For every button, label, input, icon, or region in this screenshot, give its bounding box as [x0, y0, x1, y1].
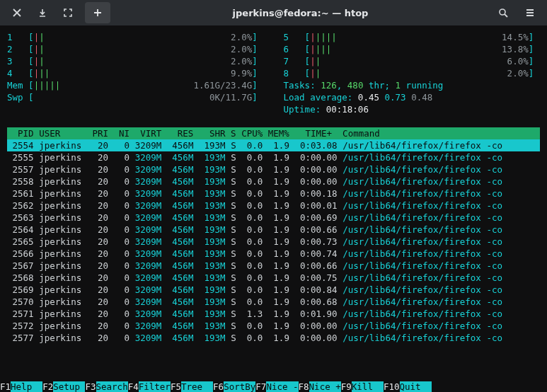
process-row[interactable]: 2570 jperkins 20 0 3209M 456M 193M S 0.0…: [7, 296, 540, 308]
uptime-line: Uptime: 00:18:06: [284, 103, 541, 115]
process-row[interactable]: 2566 jperkins 20 0 3209M 456M 193M S 0.0…: [7, 248, 540, 260]
fkey-bar[interactable]: F1Help F2Setup F3SearchF4FilterF5Tree F6…: [0, 381, 547, 392]
cpu-meter: 4 [||| 9.9%]: [7, 67, 264, 79]
close-icon[interactable]: [4, 2, 30, 23]
fkey-num: F2: [42, 381, 53, 392]
fkey-label[interactable]: Filter: [139, 381, 171, 392]
fkey-label[interactable]: Quit: [400, 381, 432, 392]
mem-meter: Mem [||||| 1.61G/23.4G]: [7, 79, 264, 91]
load-line: Load average: 0.45 0.73 0.48: [284, 91, 541, 103]
fkey-num: F4: [128, 381, 139, 392]
fkey-num: F9: [341, 381, 352, 392]
terminal-area[interactable]: 1 [|| 2.0%]2 [|| 2.0%]3 [|| 2.0%]4 [||| …: [0, 25, 547, 344]
process-row[interactable]: 2568 jperkins 20 0 3209M 456M 193M S 0.0…: [7, 272, 540, 284]
process-row[interactable]: 2571 jperkins 20 0 3209M 456M 193M S 1.3…: [7, 308, 540, 320]
process-row[interactable]: 2555 jperkins 20 0 3209M 456M 193M S 0.0…: [7, 151, 540, 163]
search-icon[interactable]: [490, 2, 516, 23]
fkey-label[interactable]: Nice +: [309, 381, 341, 392]
fullscreen-icon[interactable]: [55, 2, 81, 23]
window-title: jperkins@fedora:~ — htop: [110, 8, 490, 18]
fkey-label[interactable]: SortBy: [224, 381, 255, 392]
process-row[interactable]: 2558 jperkins 20 0 3209M 456M 193M S 0.0…: [7, 175, 540, 188]
process-row[interactable]: 2557 jperkins 20 0 3209M 456M 193M S 0.0…: [7, 163, 540, 175]
process-row[interactable]: 2554 jperkins 20 0 3209M 456M 193M S 0.0…: [7, 139, 540, 151]
cpu-meter: 8 [|| 2.0%]: [284, 67, 541, 79]
process-row[interactable]: 2567 jperkins 20 0 3209M 456M 193M S 0.0…: [7, 260, 540, 272]
process-row[interactable]: 2562 jperkins 20 0 3209M 456M 193M S 0.0…: [7, 200, 540, 212]
cpu-meter: 7 [|| 6.0%]: [284, 55, 541, 67]
process-list[interactable]: 2554 jperkins 20 0 3209M 456M 193M S 0.0…: [7, 139, 540, 344]
process-row[interactable]: 2563 jperkins 20 0 3209M 456M 193M S 0.0…: [7, 212, 540, 224]
fkey-label[interactable]: Nice -: [266, 381, 298, 392]
fkey-num: F8: [299, 381, 309, 392]
process-row[interactable]: 2577 jperkins 20 0 3209M 456M 193M S 0.0…: [7, 332, 540, 344]
fkey-num: F6: [213, 381, 224, 392]
process-row[interactable]: 2572 jperkins 20 0 3209M 456M 193M S 0.0…: [7, 320, 540, 332]
process-row[interactable]: 2564 jperkins 20 0 3209M 456M 193M S 0.0…: [7, 224, 540, 236]
fkey-num: F7: [255, 381, 266, 392]
fkey-num: F1: [0, 381, 11, 392]
new-tab-button[interactable]: [85, 2, 110, 23]
tasks-line: Tasks: 126, 480 thr; 1 running: [284, 79, 541, 91]
cpu-meter: 3 [|| 2.0%]: [7, 55, 264, 67]
process-row[interactable]: 2565 jperkins 20 0 3209M 456M 193M S 0.0…: [7, 236, 540, 248]
fkey-num: F10: [384, 381, 400, 392]
download-icon[interactable]: [30, 2, 55, 23]
fkey-label[interactable]: Tree: [181, 381, 213, 392]
fkey-num: F5: [171, 381, 181, 392]
fkey-label[interactable]: Kill: [352, 381, 384, 392]
fkey-label[interactable]: Setup: [53, 381, 85, 392]
process-header: PID USER PRI NI VIRT RES SHR S CPU% MEM%…: [7, 127, 540, 139]
cpu-meter: 2 [|| 2.0%]: [7, 43, 264, 55]
cpu-meter: 5 [||||| 14.5%]: [284, 31, 541, 43]
svg-point-0: [500, 9, 505, 15]
cpu-meter: 6 [|||| 13.8%]: [284, 43, 541, 55]
swap-meter: Swp [ 0K/11.7G]: [7, 91, 264, 103]
cpu-meter: 1 [|| 2.0%]: [7, 31, 264, 43]
process-row[interactable]: 2569 jperkins 20 0 3209M 456M 193M S 0.0…: [7, 284, 540, 296]
fkey-num: F3: [85, 381, 96, 392]
menu-icon[interactable]: [517, 2, 543, 23]
fkey-label[interactable]: Search: [96, 381, 128, 392]
fkey-label[interactable]: Help: [11, 381, 42, 392]
process-row[interactable]: 2561 jperkins 20 0 3209M 456M 193M S 0.0…: [7, 188, 540, 200]
titlebar: jperkins@fedora:~ — htop: [0, 0, 547, 25]
